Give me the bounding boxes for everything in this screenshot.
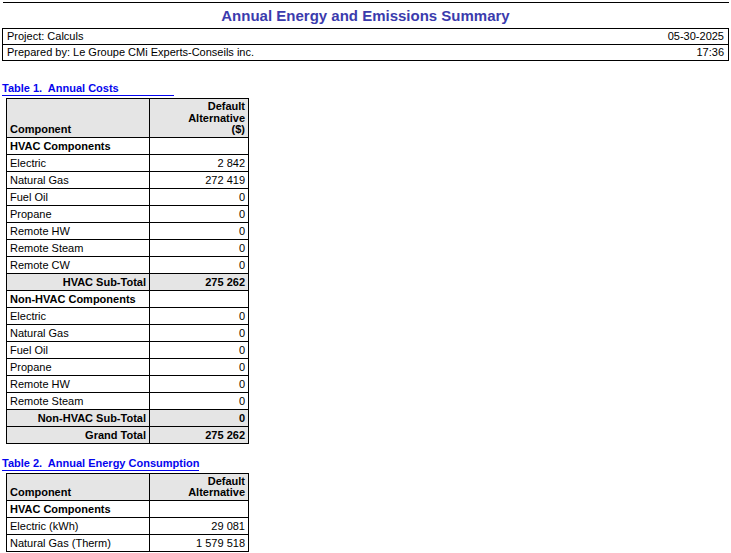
value-cell: 29 081 (150, 517, 249, 534)
table-row: Natural Gas0 (7, 324, 249, 341)
component-cell: HVAC Sub-Total (7, 273, 150, 290)
value-cell (150, 290, 249, 307)
component-cell: Remote Steam (7, 392, 150, 409)
component-cell: Propane (7, 358, 150, 375)
table-row: Fuel Oil0 (7, 188, 249, 205)
value-cell: 0 (150, 392, 249, 409)
prepared-by-label: Prepared by: Le Groupe CMi Experts-Conse… (3, 45, 582, 61)
value-cell: 0 (150, 239, 249, 256)
component-cell: HVAC Components (7, 137, 150, 154)
table-row: Remote HW0 (7, 222, 249, 239)
value-cell (150, 137, 249, 154)
prepared-row: Prepared by: Le Groupe CMi Experts-Conse… (3, 45, 729, 61)
table-row: Fuel Oil0 (7, 341, 249, 358)
component-cell: Electric (kWh) (7, 517, 150, 534)
title-row: Annual Energy and Emissions Summary (3, 3, 729, 29)
component-cell: Remote Steam (7, 239, 150, 256)
value-cell: 275 262 (150, 426, 249, 443)
value-cell: 0 (150, 358, 249, 375)
alternative-header-cell: Default Alternative (150, 473, 249, 500)
table-row: Electric2 842 (7, 154, 249, 171)
component-cell: Non-HVAC Components (7, 290, 150, 307)
report-header: Annual Energy and Emissions Summary Proj… (2, 2, 729, 61)
alt-header-line: Alternative (153, 487, 245, 499)
table-row: Remote HW0 (7, 375, 249, 392)
table-row: Remote Steam0 (7, 392, 249, 409)
project-row: Project: Calculs 05-30-2025 (3, 29, 729, 45)
value-cell: 0 (150, 375, 249, 392)
component-cell: Remote CW (7, 256, 150, 273)
value-cell: 0 (150, 222, 249, 239)
value-cell: 0 (150, 341, 249, 358)
table1-caption: Table 1. Annual Costs (2, 82, 174, 96)
table-row: Propane0 (7, 205, 249, 222)
component-cell: Non-HVAC Sub-Total (7, 409, 150, 426)
component-cell: Natural Gas (Therm) (7, 534, 150, 551)
component-cell: Fuel Oil (7, 188, 150, 205)
table-row: Grand Total275 262 (7, 426, 249, 443)
value-cell: 0 (150, 205, 249, 222)
component-cell: Propane (7, 205, 150, 222)
component-cell: Fuel Oil (7, 341, 150, 358)
component-cell: Grand Total (7, 426, 150, 443)
value-cell: 0 (150, 188, 249, 205)
component-cell: Electric (7, 154, 150, 171)
report-date: 05-30-2025 (582, 29, 729, 45)
value-cell: 0 (150, 409, 249, 426)
component-cell: HVAC Components (7, 500, 150, 517)
value-cell (150, 500, 249, 517)
table-row: Remote CW0 (7, 256, 249, 273)
table-row: Natural Gas (Therm)1 579 518 (7, 534, 249, 551)
table-row: Electric0 (7, 307, 249, 324)
alt-header-line: Default (153, 101, 245, 113)
value-cell: 0 (150, 324, 249, 341)
table2-caption: Table 2. Annual Energy Consumption (2, 457, 199, 471)
component-cell: Natural Gas (7, 171, 150, 188)
report-time: 17:36 (582, 45, 729, 61)
table-row: Non-HVAC Components (7, 290, 249, 307)
component-cell: Remote HW (7, 375, 150, 392)
table1-header-row: Component Default Alternative ($) (7, 99, 249, 138)
table-row: Non-HVAC Sub-Total0 (7, 409, 249, 426)
component-cell: Remote HW (7, 222, 150, 239)
table-row: Electric (kWh)29 081 (7, 517, 249, 534)
alternative-header-cell: Default Alternative ($) (150, 99, 249, 138)
table-row: Remote Steam0 (7, 239, 249, 256)
table-row: Propane0 (7, 358, 249, 375)
annual-costs-table: Component Default Alternative ($) HVAC C… (6, 98, 249, 444)
project-label: Project: Calculs (3, 29, 582, 45)
alt-header-line: ($) (153, 124, 245, 136)
table-row: HVAC Components (7, 137, 249, 154)
table-row: HVAC Sub-Total275 262 (7, 273, 249, 290)
energy-consumption-table: Component Default Alternative HVAC Compo… (6, 473, 249, 552)
value-cell: 275 262 (150, 273, 249, 290)
component-cell: Electric (7, 307, 150, 324)
component-header-cell: Component (7, 473, 150, 500)
value-cell: 2 842 (150, 154, 249, 171)
value-cell: 272 419 (150, 171, 249, 188)
component-cell: Natural Gas (7, 324, 150, 341)
table-row: Natural Gas272 419 (7, 171, 249, 188)
report-title: Annual Energy and Emissions Summary (3, 3, 729, 29)
value-cell: 0 (150, 256, 249, 273)
table2-header-row: Component Default Alternative (7, 473, 249, 500)
table-row: HVAC Components (7, 500, 249, 517)
value-cell: 1 579 518 (150, 534, 249, 551)
value-cell: 0 (150, 307, 249, 324)
component-header-cell: Component (7, 99, 150, 138)
